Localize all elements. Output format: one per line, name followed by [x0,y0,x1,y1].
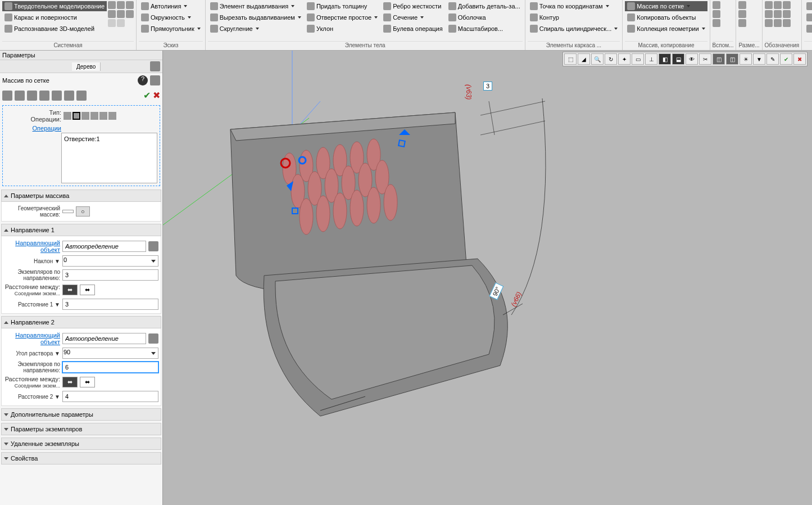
copy-obj-btn[interactable]: Копировать объекты [625,12,707,22]
dist2-input[interactable] [62,391,158,402]
vt-shade-icon[interactable]: ◧ [659,53,671,65]
an5-icon[interactable] [774,10,782,18]
dim-v63-value[interactable]: 3 [483,82,492,91]
recognition-btn[interactable]: Распознавание 3D-моделей [2,24,107,34]
an3-icon[interactable] [783,1,791,9]
dist-btn[interactable]: Расстояние и угол [804,12,812,22]
mcx-btn[interactable]: МЦХ модели [804,24,812,34]
dim-v66-value[interactable]: 90° [489,283,503,300]
an7-icon[interactable] [765,19,773,27]
count2-input[interactable] [62,362,158,373]
wireframe-btn[interactable]: Каркас и поверхности [2,12,107,22]
vt-wire-icon[interactable]: ⬓ [672,53,684,65]
help-icon[interactable]: ? [138,75,148,85]
scale-btn[interactable]: Масштабиров... [446,24,523,34]
pick2-icon[interactable] [148,333,158,344]
dim3-icon[interactable] [738,19,746,27]
thicken-btn[interactable]: Придать толщину [305,1,380,11]
dist1-input[interactable] [62,299,158,310]
spacing2-mode1[interactable]: ⬌ [62,377,78,387]
section-direction2[interactable]: Направление 2 [1,316,161,328]
an6-icon[interactable] [783,10,791,18]
mode6-icon[interactable] [64,91,74,101]
count1-input[interactable] [62,269,158,281]
spiral-btn[interactable]: Спираль цилиндрическ... [528,24,620,34]
gear-icon[interactable] [150,61,160,71]
vt-axis-icon[interactable]: ✦ [618,53,630,65]
aux1-icon[interactable] [713,1,720,9]
vt-snap2-icon[interactable]: ◫ [726,53,738,65]
vt-render-icon[interactable]: ☀ [740,53,752,65]
rib-btn[interactable]: Ребро жесткости [381,1,445,11]
mode7-icon[interactable] [76,91,87,101]
vt-section-icon[interactable]: ✂ [699,53,711,65]
spacing1-mode2[interactable]: ⬌ [80,285,95,295]
vt-ok-icon[interactable]: ✔ [780,53,792,65]
type4-icon[interactable] [90,112,98,120]
an9-icon[interactable] [783,19,791,27]
an2-icon[interactable] [774,1,782,9]
vt-plane-icon[interactable]: ▭ [632,53,644,65]
add-detail-btn[interactable]: Добавить деталь-за... [446,1,523,11]
props-icon[interactable] [126,10,134,18]
vt-zoom-icon[interactable]: 🔍 [591,53,604,65]
mode2-icon[interactable] [15,91,25,101]
spacing2-mode2[interactable]: ⬌ [80,377,95,387]
hole-btn[interactable]: Отверстие простое [305,12,380,22]
collection-btn[interactable]: Коллекция геометрии [625,24,707,34]
pick1-icon[interactable] [148,241,158,251]
guide2-input[interactable] [62,333,146,344]
autoline-btn[interactable]: Автолиния [139,1,203,11]
cut-extrude-btn[interactable]: Вырезать выдавливанием [208,12,303,22]
type1-icon[interactable] [63,112,71,120]
operation-item[interactable]: Отверстие:1 [64,136,155,142]
section-direction1[interactable]: Направление 1 [1,224,161,236]
open-icon[interactable] [117,1,125,9]
vt-normal-icon[interactable]: ⊥ [645,53,657,65]
vt-pencil-icon[interactable]: ✎ [766,53,779,65]
section-properties[interactable]: Свойства [1,452,161,465]
redo-icon[interactable] [117,19,125,27]
geom-toggle-on[interactable]: ○ [76,206,90,217]
type6-icon[interactable] [108,112,116,120]
mode4-icon[interactable] [39,91,49,101]
section-btn[interactable]: Сечение [381,12,445,22]
tree-tab[interactable]: Дерево [72,62,101,71]
vt-rotate-icon[interactable]: ↻ [605,53,617,65]
contour-btn[interactable]: Контур [528,12,620,22]
vt-snap1-icon[interactable]: ◫ [713,53,725,65]
undo-icon[interactable] [108,19,116,27]
mode5-icon[interactable] [52,91,62,101]
angle2-select[interactable]: 90 [62,348,158,359]
array-grid-btn[interactable]: Массив по сетке [625,1,707,11]
aux2-icon[interactable] [713,10,720,18]
spacing1-mode1[interactable]: ⬌ [62,285,78,295]
operations-list[interactable]: Отверстие:1 [61,133,157,183]
vt-filter-icon[interactable]: ▼ [753,53,765,65]
guide1-input[interactable] [62,241,146,252]
copy-icon[interactable] [117,10,125,18]
mode3-icon[interactable] [27,91,37,101]
mode1-icon[interactable] [2,91,12,101]
geom-toggle-off[interactable] [62,210,74,213]
tree-toggle-icon[interactable] [150,75,160,85]
vt-cancel-icon[interactable]: ✖ [793,53,806,65]
type5-icon[interactable] [99,112,107,120]
type2-icon[interactable] [72,112,80,120]
save-icon[interactable] [126,1,134,9]
an8-icon[interactable] [774,19,782,27]
cancel-icon[interactable]: ✖ [153,90,160,101]
vt-measure-icon[interactable]: ◢ [578,53,590,65]
guide2-link[interactable]: Направляющий объект [15,332,60,345]
print-icon[interactable] [108,10,116,18]
an1-icon[interactable] [765,1,773,9]
circle-btn[interactable]: Окружность [139,12,203,22]
apply-icon[interactable]: ✔ [143,90,151,101]
info-btn[interactable]: Информация об объекте [804,1,812,11]
dim1-icon[interactable] [738,1,746,9]
operations-link[interactable]: Операции [33,125,61,132]
an4-icon[interactable] [765,10,773,18]
draft-btn[interactable]: Уклон [305,24,380,34]
shell-btn[interactable]: Оболочка [446,12,523,22]
vt-hidden-icon[interactable]: 👁 [686,53,698,65]
